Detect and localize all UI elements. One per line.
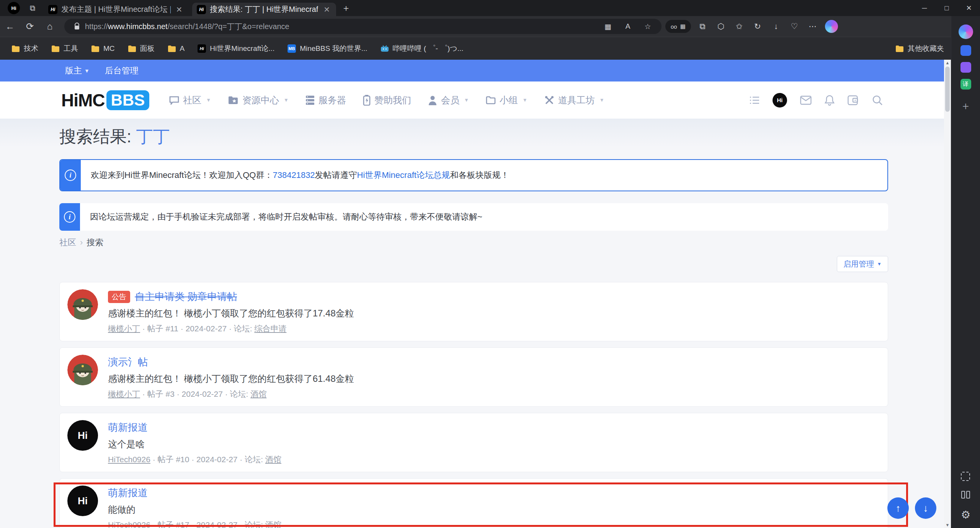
nav-item-小组[interactable]: 小组 ▼ (486, 94, 528, 106)
designer-icon[interactable] (960, 62, 971, 73)
copilot-sidebar-icon[interactable] (959, 24, 973, 39)
bookmark-item[interactable]: 哔哩哔哩 ( ゜- ゜)つ... (381, 44, 464, 54)
result-title-link[interactable]: 自主申请类 勋章申请帖 (135, 290, 237, 303)
meta-link[interactable]: 酒馆 (265, 455, 281, 464)
extensions-icon[interactable]: ⬡ (712, 18, 730, 35)
alert-link[interactable]: 738421832 (273, 170, 315, 180)
bookmark-item[interactable]: 面板 (128, 44, 155, 54)
address-bar[interactable]: https://www.himcbbs.net/search/1448/?q=丁… (64, 19, 662, 34)
refresh-icon[interactable]: ⟳ (20, 18, 40, 35)
bookmark-item[interactable]: MBMineBBS 我的世界... (287, 44, 367, 54)
avatar-hi[interactable]: Hi (67, 486, 98, 516)
battery-icon (363, 95, 371, 106)
meta-link[interactable]: 酒馆 (250, 389, 266, 398)
browser-tab-2-active[interactable]: Hi 搜索结果: 丁丁 | Hi世界Minecraf ✕ (192, 3, 336, 16)
tools-icon (544, 95, 554, 105)
avatar-olive-soldier-cat[interactable] (67, 355, 98, 385)
page-viewport: 版主▼后台管理 HiMC BBS 社区 ▼ 资源中心 ▼ 服务器 赞助我们 会员… (0, 60, 944, 528)
scroll-to-top-button[interactable]: ↑ (887, 497, 909, 519)
settings-gear-icon[interactable]: ⚙ (961, 508, 970, 521)
forum-logo[interactable]: HiMC BBS (61, 90, 149, 111)
browser-tab-1[interactable]: Hi 发布主题 | Hi世界Minecraft论坛 | ✕ (44, 3, 188, 16)
wallet-icon[interactable] (848, 95, 859, 105)
search-icon[interactable] (872, 95, 883, 106)
folder-icon (128, 45, 136, 52)
home-icon[interactable]: ⌂ (40, 18, 60, 35)
lock-icon (74, 23, 80, 30)
split-screen-icon[interactable]: ⧉ (693, 18, 712, 35)
list-icon[interactable] (750, 96, 760, 104)
enable-management-button[interactable]: 启用管理▼ (837, 256, 888, 272)
bookmark-item[interactable]: A (168, 44, 185, 53)
title-band: 搜索结果: 丁丁 (0, 119, 944, 155)
avatar-olive-soldier-cat[interactable] (67, 289, 98, 320)
mail-icon[interactable] (800, 96, 812, 105)
bookmarks-bar: 技术工具MC面板AHiHi世界Minecraft论...MBMineBBS 我的… (0, 37, 980, 60)
close-button[interactable]: ✕ (958, 0, 980, 16)
meta-link[interactable]: HiTech0926 (108, 455, 150, 464)
favorite-star-icon[interactable]: ☆ (639, 18, 656, 35)
result-title-link[interactable]: 萌新报道 (108, 421, 148, 434)
minimize-button[interactable]: ─ (913, 0, 936, 16)
bookmark-item[interactable]: MC (91, 44, 115, 53)
meta-link[interactable]: 橄榄小丁 (108, 324, 140, 333)
bookmark-item[interactable]: 技术 (11, 44, 38, 54)
result-title-link[interactable]: 演示氵帖 (108, 355, 148, 369)
meta-link[interactable]: HiTech0926 (108, 520, 150, 528)
read-aloud-icon[interactable]: A (619, 18, 636, 35)
breadcrumb-community-link[interactable]: 社区 (59, 237, 76, 248)
resource-icon (228, 96, 238, 105)
downloads-icon[interactable]: ↓ (767, 18, 785, 35)
bookmark-item[interactable]: 工具 (51, 44, 78, 54)
new-tab-button[interactable]: ＋ (341, 2, 351, 14)
apps-grid-icon[interactable]: ▦ (599, 18, 616, 35)
avatar-hi[interactable]: Hi (67, 420, 98, 451)
maximize-button[interactable]: □ (936, 0, 958, 16)
extension-badge[interactable]: oo▦ (665, 20, 691, 33)
scrollbar-thumb[interactable] (945, 67, 950, 112)
modbar-link[interactable]: 版主▼ (65, 65, 90, 77)
more-options-icon[interactable]: ⋯ (804, 18, 822, 35)
nav-item-服务器[interactable]: 服务器 (305, 94, 346, 106)
nav-item-社区[interactable]: 社区 ▼ (169, 94, 211, 106)
meta-link[interactable]: 酒馆 (265, 520, 281, 528)
workspaces-icon[interactable]: ⧉ (30, 4, 35, 13)
scroll-to-bottom-button[interactable]: ↓ (915, 497, 936, 519)
meta-link[interactable]: 橄榄小丁 (108, 389, 140, 398)
nav-item-道具工坊[interactable]: 道具工坊 ▼ (544, 94, 604, 106)
folder-icon (11, 45, 20, 52)
tab-close-icon[interactable]: ✕ (175, 5, 184, 14)
alert-text: 因论坛运营规定，由于手机验证未完成部署，将临时开启发帖审核。请耐心等待审核，带来… (80, 203, 888, 231)
meta-link[interactable]: 综合申请 (254, 324, 286, 333)
back-icon[interactable]: ← (0, 18, 20, 35)
nav-item-资源中心[interactable]: 资源中心 ▼ (228, 94, 289, 106)
page-scrollbar[interactable]: ▲ ▼ (944, 60, 951, 528)
tab-close-icon[interactable]: ✕ (322, 5, 332, 14)
scrollbar-up-arrow[interactable]: ▲ (946, 60, 950, 66)
screenshot-icon[interactable] (961, 472, 970, 481)
browser-essentials-icon[interactable]: ♡ (785, 18, 804, 35)
add-sidebar-app-icon[interactable]: ＋ (960, 99, 971, 113)
split-window-icon[interactable] (961, 491, 970, 499)
chevron-down-icon: ▼ (464, 97, 469, 103)
other-favorites[interactable]: 其他收藏夹 (895, 44, 944, 54)
browser-profile-avatar[interactable]: Hi (8, 2, 20, 14)
history-icon[interactable]: ↻ (748, 18, 767, 35)
m365-icon[interactable] (960, 45, 971, 56)
chevron-down-icon: ▼ (84, 68, 90, 74)
user-avatar[interactable]: Hi (773, 93, 787, 108)
bell-icon[interactable] (825, 95, 835, 106)
collections-icon[interactable]: ✩ (730, 18, 748, 35)
copilot-icon[interactable] (825, 20, 838, 33)
modbar-link[interactable]: 后台管理 (105, 65, 139, 77)
nav-item-赞助我们[interactable]: 赞助我们 (363, 94, 411, 106)
server-icon (305, 95, 315, 105)
translate-icon[interactable]: 译 (960, 79, 971, 90)
tab-favicon: Hi (197, 5, 206, 14)
scrollbar-down-arrow[interactable]: ▼ (946, 522, 950, 528)
alert-link[interactable]: Hi世界Minecraft论坛总规 (357, 169, 450, 181)
nav-item-会员[interactable]: 会员 ▼ (428, 94, 469, 106)
result-title-link[interactable]: 萌新报道 (108, 486, 148, 500)
search-result-item: 公告 自主申请类 勋章申请帖 感谢楼主的红包！ 橄榄小丁领取了您的红包获得了17… (59, 282, 888, 341)
bookmark-item[interactable]: HiHi世界Minecraft论... (198, 44, 274, 54)
